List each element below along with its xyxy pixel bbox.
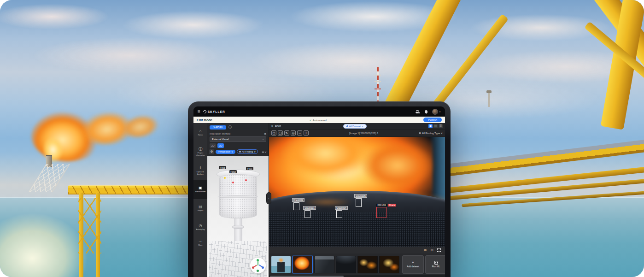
sidebar-item-activity-log[interactable]: ◷ Activity log	[193, 218, 207, 237]
publish-button[interactable]: Publish	[423, 118, 442, 122]
list-icon[interactable]: ≣	[264, 132, 266, 135]
expand-icon[interactable]: »	[271, 124, 273, 128]
sidebar-item-label: Home	[198, 134, 203, 136]
model-flare-band	[218, 195, 258, 198]
dataset-filter-dropdown[interactable]: All Dataset ∨	[343, 124, 367, 129]
finding-type-label: All Finding Type	[422, 132, 440, 135]
mode-2d-button[interactable]: 2D	[210, 143, 216, 148]
annotation-selected-f001-01[interactable]: F001/01 Crack	[376, 204, 396, 218]
finding-type-filter[interactable]: ⊞ All Finding Type ∨	[419, 132, 443, 135]
asset-tab[interactable]: X-E530	[210, 125, 226, 130]
sidebar-item-home[interactable]: ⌂ Home	[193, 124, 207, 142]
view-split-button[interactable]: ◫	[433, 124, 438, 128]
model-marker-f003[interactable]: F003	[219, 166, 226, 169]
model-marker-f002[interactable]: F002	[229, 170, 237, 173]
image-viewer: » F001 All Dataset ∨ ▣ ◫ ☰	[269, 123, 445, 277]
check-icon: ✓	[309, 119, 311, 122]
annotation-box	[293, 202, 299, 210]
asset-tab-row: X-E530 ⓘ	[207, 123, 269, 130]
inspection-image[interactable]: Crack002 Crack001 Crack004 Crack005	[269, 137, 445, 247]
perspective-dropdown[interactable]: Perspective ∨	[216, 150, 235, 154]
thumbnail-3[interactable]	[314, 256, 334, 273]
annotation-toolbar: ▢ ◯ ✎ ◎ → T [Image 1] 5606001(268) 1 ⊞ A…	[269, 129, 445, 137]
gizmo-dot-green	[257, 259, 259, 261]
sidebar-item-upload-analyze[interactable]: ↥ Upload & Analyze	[193, 161, 207, 180]
thumbnail-6[interactable]	[379, 256, 399, 273]
fullscreen-icon[interactable]	[437, 248, 441, 252]
model-3d-viewport[interactable]: F003 F002 F001	[207, 156, 269, 277]
marker-dot-red	[245, 179, 247, 181]
panel-collapse-handle[interactable]: ‹	[266, 192, 271, 204]
app-window: ≡ SKYLLER ∨ Edit mode ✓Auto-saved	[193, 106, 445, 277]
sidebar-item-project-information[interactable]: ⓘ Project Information	[193, 142, 207, 161]
sidebar-item-visualization[interactable]: ▣ Visualization	[193, 180, 207, 199]
rectangle-tool-button[interactable]: ▢	[271, 130, 276, 136]
edit-mode-bar: Edit mode ✓Auto-saved Publish	[193, 117, 445, 123]
notifications-bell-icon[interactable]	[424, 110, 428, 114]
thumbnail-1[interactable]	[271, 256, 291, 273]
grid-icon: ⊞	[419, 132, 421, 135]
finding-filter-label: All Finding	[242, 150, 253, 153]
pin-tool-button[interactable]: ◎	[291, 130, 296, 136]
image-rim-glow	[301, 198, 354, 206]
annotation-id-label: F001/01	[376, 204, 387, 206]
dataset-filter-label: All Dataset	[349, 125, 361, 128]
arrow-tool-button[interactable]: →	[297, 130, 302, 136]
circle-tool-button[interactable]: ◯	[278, 130, 283, 136]
gear-icon[interactable]: ⚙	[209, 149, 214, 154]
annotation-label: Crack005	[354, 194, 367, 198]
sidebar-item-report[interactable]: ▤ Report	[193, 199, 207, 218]
model-flange	[232, 225, 244, 229]
menu-icon[interactable]: ≡	[198, 109, 200, 114]
orientation-gizmo[interactable]	[250, 258, 266, 273]
sidebar-item-more[interactable]: ⋯ More	[193, 237, 207, 249]
sidebar-item-label: Project Information	[194, 152, 207, 156]
inspection-method-value: External Visual	[212, 138, 229, 141]
report-icon: ▤	[199, 205, 202, 209]
thumbnail-5[interactable]	[357, 256, 378, 273]
thumbnail-4[interactable]	[336, 256, 356, 273]
avatar	[432, 109, 438, 115]
annotation-crack002[interactable]: Crack002	[292, 198, 304, 210]
deck-light-pole	[488, 93, 490, 107]
thumbnail-2-selected[interactable]	[293, 256, 313, 273]
mode-3d-button[interactable]: 3D	[217, 143, 224, 148]
pen-tool-button[interactable]: ✎	[284, 130, 289, 136]
marker-dot-yellow	[224, 177, 226, 179]
zoom-out-icon[interactable]: ⊖	[430, 248, 433, 252]
gizmo-axis-y	[258, 261, 258, 265]
sidebar-item-label: Report	[198, 210, 203, 212]
app-logo[interactable]: SKYLLER	[203, 110, 225, 113]
page: ≡ SKYLLER ∨ Edit mode ✓Auto-saved	[0, 0, 644, 277]
scrollbar-thumb[interactable]	[270, 276, 344, 277]
view-single-button[interactable]: ▣	[428, 124, 433, 128]
model-marker-f001[interactable]: F001	[246, 167, 253, 170]
add-dataset-button[interactable]: + Add dataset	[402, 255, 424, 274]
ml-icon	[434, 261, 438, 265]
annotation-crack001[interactable]: Crack001	[303, 206, 316, 218]
sidebar-item-label: Upload & Analyze	[194, 171, 207, 175]
sidebar-item-label: Activity log	[196, 229, 205, 231]
view-toggles: ▣ ◫ ☰	[428, 124, 443, 128]
chevron-down-icon: ∨	[441, 132, 443, 135]
run-ml-button[interactable]: Run ML	[425, 255, 445, 274]
nav-rail: ⌂ Home ⓘ Project Information ↥ Upload & …	[193, 123, 207, 277]
sidebar-item-label: Visualization	[195, 191, 205, 193]
grid-select[interactable]: ⊞ ∨	[262, 150, 267, 153]
annotation-crack005[interactable]: Crack005	[354, 194, 367, 207]
info-icon[interactable]: ⓘ	[228, 125, 232, 130]
user-menu[interactable]: ∨	[432, 109, 441, 115]
annotation-crack004[interactable]: Crack004	[335, 206, 347, 218]
text-tool-button[interactable]: T	[304, 130, 309, 136]
collapse-icon: ‹	[268, 197, 269, 200]
horizontal-scrollbar[interactable]	[269, 275, 445, 277]
edit-mode-label: Edit mode	[197, 118, 212, 122]
flare-bridge-truss	[68, 186, 193, 194]
annotation-box	[336, 210, 342, 218]
bridge-leg-bracing	[78, 198, 101, 253]
zoom-in-icon[interactable]: ⊕	[424, 248, 427, 252]
inspection-method-select[interactable]: External Visual ∨	[210, 136, 266, 142]
users-icon[interactable]	[416, 110, 420, 113]
view-list-button[interactable]: ☰	[439, 124, 443, 128]
finding-filter-dropdown[interactable]: All Finding ∨	[237, 149, 258, 154]
